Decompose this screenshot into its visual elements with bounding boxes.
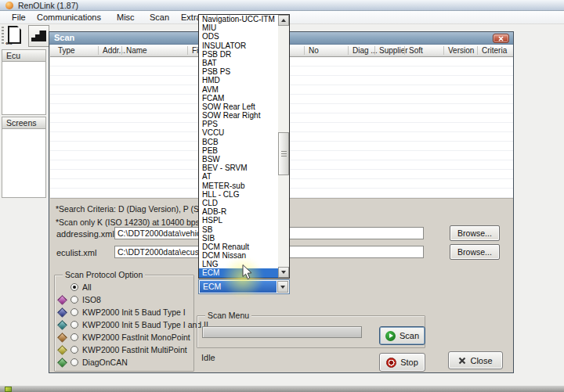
stop-button[interactable]: Stop xyxy=(379,353,425,372)
browse-eculist-button[interactable]: Browse... xyxy=(450,244,500,260)
dropdown-item[interactable]: BCB xyxy=(199,138,279,146)
dropdown-item[interactable]: BSW xyxy=(199,155,279,164)
protocol-option[interactable]: KWP2000 FastInit MultiPoint xyxy=(57,343,192,356)
scan-button-label: Scan xyxy=(400,331,419,340)
dropdown-item[interactable]: INSULATOR xyxy=(199,41,279,50)
diamond-icon xyxy=(57,358,67,368)
column-separator xyxy=(304,46,305,55)
stop-button-label: Stop xyxy=(400,358,418,367)
diamond-icon xyxy=(57,307,67,318)
diamond-icon xyxy=(57,333,67,343)
scroll-up-button[interactable] xyxy=(278,15,289,26)
menu-file[interactable]: File xyxy=(9,13,28,22)
radio-button[interactable] xyxy=(70,283,78,291)
dropdown-item[interactable]: AVM xyxy=(199,85,279,94)
protocol-label: All xyxy=(82,282,92,292)
toolbar-grip[interactable] xyxy=(2,27,4,45)
dropdown-item[interactable]: VCCU xyxy=(199,128,279,137)
column-header[interactable]: Criteria xyxy=(482,46,507,55)
protocol-option[interactable]: DiagOnCAN xyxy=(57,356,192,369)
menu-communications[interactable]: Communications xyxy=(34,13,103,22)
dropdown-item[interactable]: SOW Rear Left xyxy=(199,102,279,111)
document-toolbar-button[interactable]: «» xyxy=(5,25,26,47)
column-separator xyxy=(98,46,99,55)
dropdown-item[interactable]: PSB DR xyxy=(199,50,279,59)
dropdown-item[interactable]: PEB xyxy=(199,146,279,155)
stairs-icon xyxy=(31,31,46,41)
radio-button[interactable] xyxy=(70,346,78,354)
dropdown-item[interactable]: HMD xyxy=(199,76,279,85)
combobox-dropdown-button[interactable] xyxy=(277,281,288,293)
dropdown-item[interactable]: METER-sub xyxy=(199,182,279,190)
dropdown-item[interactable]: SB xyxy=(199,225,279,234)
column-separator xyxy=(404,46,405,55)
dropdown-item[interactable]: SIB xyxy=(199,234,279,243)
protocol-option[interactable]: All xyxy=(57,281,192,293)
column-header[interactable]: Type xyxy=(58,46,75,55)
combo-arrow-icon xyxy=(280,286,285,289)
stairs-toolbar-button[interactable] xyxy=(28,25,49,47)
dropdown-item[interactable]: HSPL xyxy=(199,216,279,225)
radio-button[interactable] xyxy=(70,296,78,304)
dropdown-item[interactable]: ODS xyxy=(199,32,279,41)
dropdown-item[interactable]: DCM Renault xyxy=(199,243,279,251)
protocol-option[interactable]: KWP2000 Init 5 Baud Type I and II xyxy=(57,318,192,331)
dropdown-item[interactable]: SOW Rear Right xyxy=(199,111,279,120)
column-header[interactable]: Soft xyxy=(409,46,423,55)
dropdown-item[interactable]: LNG xyxy=(199,260,279,268)
dropdown-item[interactable]: FCAM xyxy=(199,94,279,102)
dropdown-item[interactable]: ADB-R xyxy=(199,207,279,216)
column-header[interactable]: No xyxy=(309,46,319,55)
radio-button[interactable] xyxy=(70,321,78,329)
ecu-panel-header[interactable]: Ecu xyxy=(2,49,46,62)
menu-misc[interactable]: Misc xyxy=(114,13,137,22)
scroll-down-button[interactable] xyxy=(278,267,289,278)
dropdown-item[interactable]: ECM xyxy=(199,268,279,277)
dropdown-item[interactable]: PSB PS xyxy=(199,67,279,76)
addressing-xml-label: addressing.xml xyxy=(56,229,114,239)
ecu-panel-body[interactable] xyxy=(2,62,46,115)
progress-bar xyxy=(202,326,362,338)
protocol-option[interactable]: KWP2000 Init 5 Baud Type I xyxy=(57,306,192,318)
browse-addressing-button[interactable]: Browse... xyxy=(450,225,500,241)
taskbar-app-icon xyxy=(5,387,12,392)
dropdown-item[interactable]: MIU xyxy=(199,23,279,32)
app-titlebar[interactable]: RenOLink (1.87) xyxy=(0,0,564,11)
dropdown-item[interactable]: BEV - SRVM xyxy=(199,164,279,172)
dropdown-scrollbar[interactable] xyxy=(278,15,289,278)
dropdown-item[interactable]: AT xyxy=(199,172,279,181)
scrollbar-thumb[interactable] xyxy=(278,132,289,175)
screens-panel: Screens xyxy=(2,117,46,198)
screens-panel-body[interactable] xyxy=(2,129,46,198)
ecu-panel: Ecu xyxy=(2,49,46,115)
dropdown-item[interactable]: BAT xyxy=(199,59,279,67)
protocol-label: DiagOnCAN xyxy=(82,358,128,367)
menu-scan[interactable]: Scan xyxy=(147,13,172,22)
close-window-button[interactable] xyxy=(493,34,509,43)
radio-button[interactable] xyxy=(70,358,78,366)
screens-panel-header[interactable]: Screens xyxy=(2,117,46,129)
column-header[interactable]: Version xyxy=(448,46,474,55)
combobox-value: ECM xyxy=(200,281,277,293)
dropdown-item[interactable]: CLD xyxy=(199,199,279,207)
column-header[interactable]: Diag ... xyxy=(352,46,378,55)
protocol-option[interactable]: ISO8 xyxy=(57,293,192,306)
dropdown-item[interactable]: HLL - CLG xyxy=(199,190,279,199)
dropdown-item[interactable]: Navigation-UCC-ITM xyxy=(199,15,279,23)
taskbar[interactable] xyxy=(0,386,564,392)
radio-button[interactable] xyxy=(70,333,78,341)
scroll-up-icon xyxy=(281,19,286,22)
column-header[interactable]: Name xyxy=(126,46,147,55)
app-icon xyxy=(5,2,13,9)
protocol-option[interactable]: KWP2000 FastInit MonoPoint xyxy=(57,331,192,343)
diamond-icon xyxy=(57,345,67,355)
dropdown-item[interactable]: DCM Nissan xyxy=(199,251,279,260)
radio-button[interactable] xyxy=(70,308,78,316)
eculist-xml-label: eculist.xml xyxy=(56,248,96,257)
dropdown-items: Navigation-UCC-ITMMIUODSINSULATORPSB DRB… xyxy=(199,15,279,278)
scan-button[interactable]: Scan xyxy=(379,326,425,345)
protocol-group: Scan Protocol Option AllISO8KWP2000 Init… xyxy=(54,275,194,372)
ecu-combobox[interactable]: ECM xyxy=(198,279,290,294)
dropdown-item[interactable]: PPS xyxy=(199,120,279,128)
close-dialog-button[interactable]: Close xyxy=(448,351,503,369)
